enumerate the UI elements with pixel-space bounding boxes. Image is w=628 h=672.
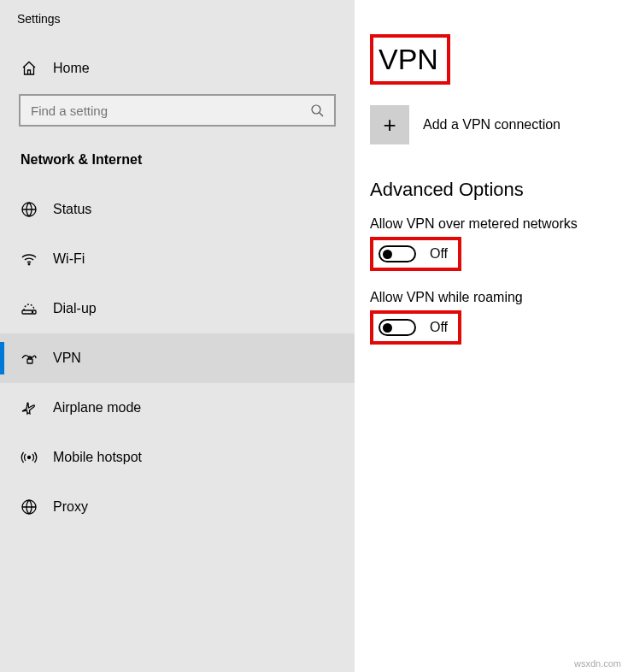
svg-line-1: [320, 113, 323, 116]
wifi-icon: [21, 251, 38, 268]
home-nav[interactable]: Home: [0, 51, 355, 85]
svg-point-7: [28, 457, 31, 459]
sidebar-item-label: Proxy: [53, 499, 88, 515]
sidebar-item-wifi[interactable]: Wi-Fi: [0, 234, 355, 284]
page-title-highlight: VPN: [370, 34, 450, 85]
option-metered-label: Allow VPN over metered networks: [370, 216, 613, 232]
svg-rect-6: [27, 359, 32, 363]
page-title: VPN: [379, 43, 438, 76]
toggle-highlight: Off: [370, 310, 461, 345]
sidebar-item-label: Wi-Fi: [53, 251, 85, 267]
search-input[interactable]: [31, 103, 310, 118]
plus-icon: +: [370, 105, 409, 144]
sidebar-item-label: Dial-up: [53, 301, 97, 316]
sidebar-item-label: Airplane mode: [53, 400, 141, 416]
advanced-options-header: Advanced Options: [370, 179, 613, 201]
dialup-icon: [21, 300, 38, 317]
airplane-icon: [21, 399, 38, 416]
status-icon: [21, 201, 38, 218]
sidebar: Settings Home Network & Internet: [0, 0, 355, 672]
sidebar-item-airplane[interactable]: Airplane mode: [0, 383, 355, 433]
search-icon: [310, 103, 324, 117]
toggle-metered[interactable]: [379, 245, 416, 262]
home-icon: [21, 60, 38, 77]
watermark: wsxdn.com: [574, 658, 621, 669]
option-roaming-label: Allow VPN while roaming: [370, 290, 613, 305]
app-title: Settings: [0, 0, 355, 34]
svg-point-0: [312, 105, 320, 114]
main-content: VPN + Add a VPN connection Advanced Opti…: [355, 0, 628, 672]
toggle-highlight: Off: [370, 237, 461, 271]
vpn-icon: [21, 350, 38, 367]
search-box[interactable]: [19, 94, 336, 127]
svg-point-5: [32, 311, 32, 312]
sidebar-item-status[interactable]: Status: [0, 185, 355, 234]
home-label: Home: [53, 61, 90, 76]
sidebar-item-label: VPN: [53, 351, 81, 366]
toggle-metered-state: Off: [430, 246, 448, 262]
sidebar-item-hotspot[interactable]: Mobile hotspot: [0, 433, 355, 482]
sidebar-item-label: Status: [53, 202, 91, 217]
toggle-roaming[interactable]: [379, 319, 416, 336]
hotspot-icon: [21, 449, 38, 466]
sidebar-item-proxy[interactable]: Proxy: [0, 482, 355, 532]
proxy-icon: [21, 498, 38, 516]
category-header: Network & Internet: [0, 142, 355, 185]
svg-rect-4: [22, 310, 36, 314]
sidebar-item-dialup[interactable]: Dial-up: [0, 284, 355, 333]
add-vpn-button[interactable]: + Add a VPN connection: [370, 105, 613, 144]
sidebar-item-label: Mobile hotspot: [53, 450, 142, 465]
option-roaming: Allow VPN while roaming Off: [370, 290, 613, 345]
svg-point-3: [28, 263, 30, 265]
add-vpn-label: Add a VPN connection: [423, 117, 561, 133]
nav-list: Status Wi-Fi Dial-up: [0, 185, 355, 532]
sidebar-item-vpn[interactable]: VPN: [0, 333, 355, 383]
toggle-roaming-state: Off: [430, 320, 448, 335]
option-metered: Allow VPN over metered networks Off: [370, 216, 613, 271]
